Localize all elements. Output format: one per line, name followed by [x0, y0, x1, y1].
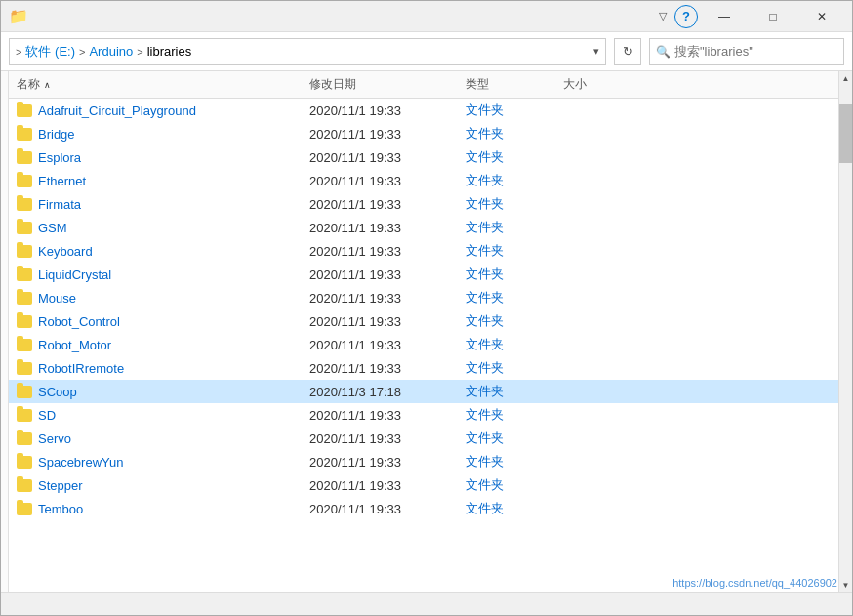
- file-date-cell: 2020/11/1 19:33: [309, 174, 466, 188]
- breadcrumb-sep-1: >: [79, 46, 85, 58]
- column-headers: 名称 ∧ 修改日期 类型 大小: [9, 71, 838, 99]
- file-date-cell: 2020/11/1 19:33: [309, 197, 466, 212]
- col-size-label: 大小: [563, 76, 587, 93]
- col-name-label: 名称: [17, 76, 40, 93]
- folder-icon: [17, 175, 32, 187]
- folder-icon: [17, 104, 32, 117]
- file-name-text: Servo: [38, 431, 71, 446]
- table-row[interactable]: Esplora 2020/11/1 19:33 文件夹: [9, 145, 838, 169]
- table-row[interactable]: SpacebrewYun 2020/11/1 19:33 文件夹: [9, 450, 838, 473]
- file-name-text: SCoop: [38, 385, 77, 399]
- file-name-cell: SCoop: [17, 385, 309, 399]
- breadcrumb-arduino[interactable]: Arduino: [89, 44, 133, 59]
- table-row[interactable]: RobotIRremote 2020/11/1 19:33 文件夹: [9, 356, 838, 380]
- scroll-track[interactable]: [839, 85, 853, 578]
- file-date-cell: 2020/11/1 19:33: [309, 361, 466, 376]
- col-header-name[interactable]: 名称 ∧: [17, 76, 309, 93]
- help-button[interactable]: ?: [674, 5, 698, 28]
- file-name-cell: Robot_Control: [17, 314, 309, 329]
- main-content: 名称 ∧ 修改日期 类型 大小 Adafruit_Circuit_Playgro…: [1, 71, 852, 592]
- file-name-text: LiquidCrystal: [38, 267, 111, 282]
- scroll-down-arrow[interactable]: ▼: [839, 578, 853, 592]
- file-type-cell: 文件夹: [466, 312, 563, 330]
- file-list-body[interactable]: Adafruit_Circuit_Playground 2020/11/1 19…: [9, 99, 838, 592]
- file-name-text: GSM: [38, 221, 67, 235]
- folder-icon: [17, 503, 32, 515]
- table-row[interactable]: Stepper 2020/11/1 19:33 文件夹: [9, 473, 838, 497]
- file-list-container: 名称 ∧ 修改日期 类型 大小 Adafruit_Circuit_Playgro…: [9, 71, 838, 592]
- file-type-cell: 文件夹: [466, 336, 563, 353]
- folder-icon: [17, 315, 32, 328]
- table-row[interactable]: GSM 2020/11/1 19:33 文件夹: [9, 216, 838, 239]
- title-bar: 📁 ▽ ? — □ ✕: [1, 1, 852, 32]
- table-row[interactable]: SD 2020/11/1 19:33 文件夹: [9, 403, 838, 427]
- table-row[interactable]: SCoop 2020/11/3 17:18 文件夹: [9, 380, 838, 403]
- folder-icon: [17, 409, 32, 422]
- table-row[interactable]: Temboo 2020/11/1 19:33 文件夹: [9, 497, 838, 520]
- search-input[interactable]: [674, 44, 837, 59]
- breadcrumb-drive[interactable]: 软件 (E:): [25, 43, 75, 61]
- file-type-cell: 文件夹: [466, 219, 563, 236]
- breadcrumb-dropdown-icon[interactable]: ▾: [593, 45, 599, 58]
- file-date-cell: 2020/11/1 19:33: [309, 431, 466, 446]
- file-name-cell: RobotIRremote: [17, 361, 309, 376]
- file-type-cell: 文件夹: [466, 172, 563, 189]
- vertical-scrollbar[interactable]: ▲ ▼: [838, 71, 852, 592]
- search-icon: 🔍: [656, 45, 670, 59]
- file-name-cell: Keyboard: [17, 244, 309, 259]
- file-name-text: Ethernet: [38, 174, 86, 188]
- table-row[interactable]: Firmata 2020/11/1 19:33 文件夹: [9, 192, 838, 216]
- breadcrumb[interactable]: > 软件 (E:) > Arduino > libraries ▾: [9, 38, 606, 65]
- breadcrumb-prefix: >: [16, 46, 21, 58]
- file-name-text: Adafruit_Circuit_Playground: [38, 103, 196, 118]
- file-name-text: Bridge: [38, 127, 75, 142]
- table-row[interactable]: Robot_Control 2020/11/1 19:33 文件夹: [9, 309, 838, 333]
- file-date-cell: 2020/11/1 19:33: [309, 244, 466, 259]
- folder-icon: [17, 151, 32, 164]
- minimize-button[interactable]: —: [702, 1, 747, 32]
- file-type-cell: 文件夹: [466, 148, 563, 166]
- table-row[interactable]: Bridge 2020/11/1 19:33 文件夹: [9, 122, 838, 145]
- file-name-text: Robot_Motor: [38, 338, 111, 352]
- refresh-button[interactable]: ↻: [614, 38, 641, 65]
- search-box[interactable]: 🔍: [649, 38, 844, 65]
- file-date-cell: 2020/11/1 19:33: [309, 408, 466, 423]
- folder-icon: [17, 268, 32, 281]
- folder-icon: [17, 128, 32, 141]
- scroll-thumb[interactable]: [839, 104, 853, 163]
- folder-icon: [17, 198, 32, 211]
- expand-ribbon-button[interactable]: ▽: [655, 6, 670, 26]
- file-name-cell: Esplora: [17, 150, 309, 165]
- breadcrumb-libraries: libraries: [147, 44, 192, 59]
- table-row[interactable]: Ethernet 2020/11/1 19:33 文件夹: [9, 169, 838, 192]
- table-row[interactable]: Servo 2020/11/1 19:33 文件夹: [9, 427, 838, 450]
- file-type-cell: 文件夹: [466, 500, 563, 517]
- file-name-cell: Firmata: [17, 197, 309, 212]
- table-row[interactable]: Keyboard 2020/11/1 19:33 文件夹: [9, 239, 838, 263]
- file-name-text: Esplora: [38, 150, 81, 165]
- file-name-cell: Mouse: [17, 291, 309, 306]
- col-header-size[interactable]: 大小: [563, 76, 641, 93]
- file-name-text: Firmata: [38, 197, 81, 212]
- file-type-cell: 文件夹: [466, 383, 563, 400]
- close-button[interactable]: ✕: [799, 1, 844, 32]
- table-row[interactable]: LiquidCrystal 2020/11/1 19:33 文件夹: [9, 263, 838, 286]
- navigation-pane: [1, 71, 9, 592]
- scroll-up-arrow[interactable]: ▲: [839, 71, 853, 85]
- file-date-cell: 2020/11/1 19:33: [309, 127, 466, 142]
- col-header-type[interactable]: 类型: [466, 76, 563, 93]
- title-bar-controls: ▽ ? — □ ✕: [655, 1, 844, 32]
- folder-icon: [17, 362, 32, 375]
- file-name-text: SD: [38, 408, 56, 423]
- file-date-cell: 2020/11/3 17:18: [309, 385, 466, 399]
- col-date-label: 修改日期: [309, 76, 356, 93]
- col-header-date[interactable]: 修改日期: [309, 76, 466, 93]
- table-row[interactable]: Robot_Motor 2020/11/1 19:33 文件夹: [9, 333, 838, 356]
- file-name-text: Mouse: [38, 291, 76, 306]
- folder-icon: [17, 479, 32, 492]
- table-row[interactable]: Adafruit_Circuit_Playground 2020/11/1 19…: [9, 99, 838, 122]
- file-name-cell: GSM: [17, 221, 309, 235]
- table-row[interactable]: Mouse 2020/11/1 19:33 文件夹: [9, 286, 838, 309]
- maximize-button[interactable]: □: [751, 1, 795, 32]
- file-name-text: Keyboard: [38, 244, 93, 259]
